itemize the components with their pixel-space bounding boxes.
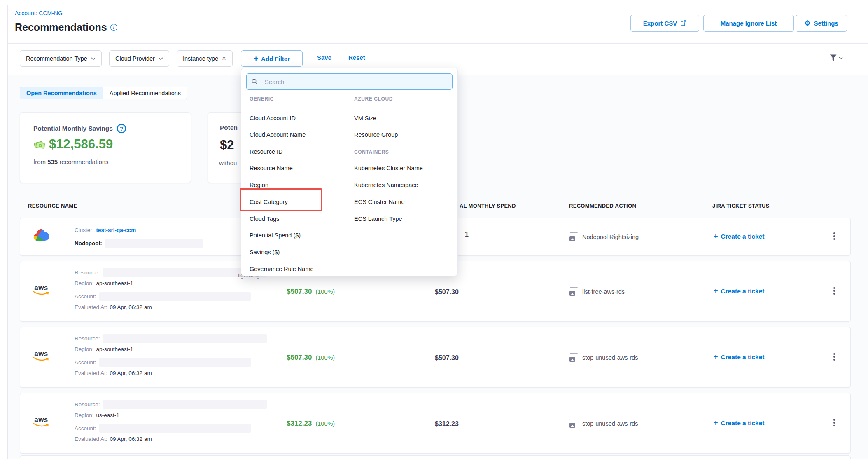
resource-label: Resource: (75, 335, 100, 342)
filter-chip-instance-type[interactable]: Instance type × (177, 50, 233, 67)
filter-option-cloud-account-name[interactable]: Cloud Account Name (250, 131, 306, 138)
filter-option-resource-id[interactable]: Resource ID (250, 148, 283, 155)
broken-image-icon (569, 419, 578, 428)
manage-ignore-list-button[interactable]: Manage Ignore List (703, 15, 794, 32)
row-menu-button[interactable] (831, 352, 838, 362)
redacted-resource-value (103, 400, 267, 409)
filter-option-resource-name[interactable]: Resource Name (250, 165, 293, 171)
second-card-title-fragment: Poten (220, 124, 238, 131)
gcp-icon (32, 228, 49, 245)
add-filter-button[interactable]: + Add Filter (241, 50, 303, 67)
create-ticket-link[interactable]: + Create a ticket (714, 287, 765, 295)
reset-filter-link[interactable]: Reset (348, 54, 365, 61)
column-header-recommended-action: RECOMMENDED ACTION (569, 203, 636, 209)
table-row[interactable]: aws Resource: Region:us-east-1 Account: … (20, 393, 851, 454)
aws-icon: aws (32, 417, 50, 428)
filter-option-cloud-tags[interactable]: Cloud Tags (250, 215, 279, 222)
account-label: Account: (75, 425, 96, 431)
filter-chip-recommendation-type[interactable]: Recommendation Type (20, 50, 102, 67)
filter-panel-toggle[interactable] (829, 54, 843, 62)
filter-option-resource-group[interactable]: Resource Group (354, 131, 398, 138)
breadcrumb[interactable]: Account: CCM-NG (15, 10, 63, 16)
recommendations-tabs: Open Recommendations Applied Recommendat… (20, 87, 187, 99)
redacted-nodepool-value (105, 239, 203, 248)
add-filter-dropdown: GENERIC Cloud Account ID Cloud Account N… (241, 68, 458, 276)
plus-icon: + (714, 353, 718, 361)
cluster-link[interactable]: test-sri-qa-ccm (96, 227, 136, 233)
broken-image-icon (569, 353, 578, 362)
section-header-containers: CONTAINERS (354, 149, 389, 155)
filter-option-cloud-account-id[interactable]: Cloud Account ID (250, 115, 296, 122)
filter-option-cost-category[interactable]: Cost Category (250, 199, 288, 205)
money-icon (33, 139, 46, 150)
tab-applied-recommendations[interactable]: Applied Recommendations (103, 87, 187, 99)
redacted-account-value (99, 424, 251, 433)
filter-chip-cloud-provider[interactable]: Cloud Provider (109, 50, 169, 67)
second-card-subtitle-fragment: withou (219, 159, 237, 166)
filter-option-savings[interactable]: Savings ($) (250, 249, 280, 255)
filter-option-vm-size[interactable]: VM Size (354, 115, 376, 122)
potential-monthly-savings-card: Potential Monthly Savings ? $12,586.59 f… (20, 112, 191, 183)
header-divider (8, 43, 868, 44)
filter-option-kubernetes-namespace[interactable]: Kubernetes Namespace (354, 182, 418, 188)
savings-percent: (100%) (315, 354, 335, 361)
savings-card-title: Potential Monthly Savings (33, 125, 113, 132)
spend-value: $507.30 (435, 288, 459, 296)
evaluated-value: 09 Apr, 06:32 am (110, 436, 152, 442)
section-header-generic: GENERIC (250, 96, 274, 102)
funnel-icon (829, 54, 837, 62)
region-value: us-east-1 (96, 412, 119, 418)
filter-option-region[interactable]: Region (250, 182, 268, 188)
chevron-down-icon (839, 57, 843, 59)
evaluated-value: 09 Apr, 06:32 am (110, 304, 152, 310)
resource-label: Resource: (75, 401, 100, 407)
savings-percent: (100%) (315, 420, 335, 427)
table-row[interactable] (20, 455, 851, 459)
filter-option-governance-rule-name[interactable]: Governance Rule Name (250, 266, 314, 272)
help-icon[interactable]: ? (117, 124, 126, 133)
second-card-amount-fragment: $2 (220, 138, 234, 152)
aws-icon: aws (32, 285, 50, 296)
filter-option-ecs-cluster-name[interactable]: ECS Cluster Name (354, 199, 404, 205)
redacted-account-value (99, 292, 251, 301)
broken-image-icon (569, 287, 578, 296)
export-csv-button[interactable]: Export CSV (630, 15, 699, 32)
region-value: ap-southeast-1 (96, 280, 133, 286)
info-icon[interactable]: i (110, 24, 117, 31)
region-label: Region: (75, 412, 94, 418)
settings-button[interactable]: ⚙ Settings (796, 15, 847, 32)
chevron-down-icon (91, 57, 96, 60)
text-cursor (261, 78, 261, 85)
account-label: Account: (75, 359, 96, 365)
filter-option-ecs-launch-type[interactable]: ECS Launch Type (354, 215, 402, 222)
aws-icon: aws (32, 351, 50, 362)
table-row[interactable]: aws Resource: Region:ap-southeast-1 Acco… (20, 327, 851, 388)
column-header-jira-ticket-status: JIRA TICKET STATUS (712, 203, 770, 209)
row-menu-button[interactable] (831, 286, 838, 296)
cluster-label: Cluster: (75, 227, 94, 233)
evaluated-label: Evaluated At: (75, 304, 107, 310)
recommended-action-value: stop-unused-aws-rds (582, 354, 638, 361)
spend-value-clipped: 1 (465, 231, 469, 238)
search-field[interactable] (246, 73, 453, 90)
row-menu-button[interactable] (831, 231, 838, 241)
create-ticket-link[interactable]: + Create a ticket (714, 419, 765, 427)
tab-open-recommendations[interactable]: Open Recommendations (20, 87, 103, 99)
savings-value: $312.23 (287, 419, 312, 428)
recommendations-page: Account: CCM-NG Recommendations i Export… (0, 0, 868, 459)
save-filter-link[interactable]: Save (317, 54, 331, 61)
page-title: Recommendations i (15, 21, 117, 33)
create-ticket-link[interactable]: + Create a ticket (714, 232, 765, 241)
region-value: ap-southeast-1 (96, 346, 133, 352)
column-header-resource-name: RESOURCE NAME (28, 203, 77, 209)
row-menu-button[interactable] (831, 418, 838, 428)
recommended-action-value: stop-unused-aws-rds (582, 420, 638, 427)
filter-option-kubernetes-cluster-name[interactable]: Kubernetes Cluster Name (354, 165, 423, 171)
filter-option-potential-spend[interactable]: Potential Spend ($) (250, 232, 301, 239)
create-ticket-link[interactable]: + Create a ticket (714, 353, 765, 361)
close-icon[interactable]: × (222, 55, 226, 62)
search-input[interactable] (265, 78, 447, 85)
plus-icon: + (714, 419, 718, 427)
gear-icon: ⚙ (804, 20, 810, 27)
region-label: Region: (75, 346, 94, 352)
